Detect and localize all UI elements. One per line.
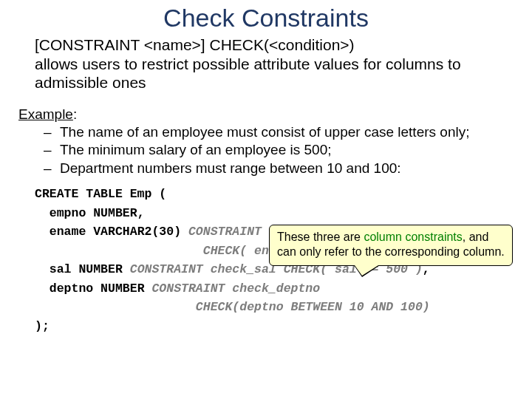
example-bullets: The name of an employee must consist of … <box>18 123 514 177</box>
list-item: The minimum salary of an employee is 500… <box>60 141 514 159</box>
syntax-line: [CONSTRAINT <name>] CHECK(<condition>) <box>35 36 355 53</box>
example-block: Example: The name of an employee must co… <box>18 106 514 177</box>
callout-tail-icon <box>355 265 378 276</box>
callout-text-pre: These three are <box>277 231 364 243</box>
description-line: allows users to restrict possible attrib… <box>35 55 461 92</box>
callout-text-keyword: column constraints <box>364 231 462 243</box>
slide: Check Constraints [CONSTRAINT <name>] CH… <box>0 0 532 399</box>
callout-box: These three are column constraints, and … <box>269 225 513 266</box>
example-label: Example <box>18 106 73 122</box>
code-line: CREATE TABLE Emp ( <box>35 185 514 204</box>
code-line: CHECK(deptno BETWEEN 10 AND 100) <box>35 298 514 317</box>
list-item: Department numbers must range between 10… <box>60 160 514 177</box>
code-line: deptno NUMBER CONSTRAINT check_deptno <box>35 279 514 299</box>
intro-text: [CONSTRAINT <name>] CHECK(<condition>) a… <box>35 35 514 92</box>
code-line: ); <box>35 317 514 336</box>
slide-title: Check Constraints <box>18 4 514 33</box>
code-line: empno NUMBER, <box>35 204 514 223</box>
list-item: The name of an employee must consist of … <box>60 123 514 141</box>
example-colon: : <box>73 106 77 122</box>
